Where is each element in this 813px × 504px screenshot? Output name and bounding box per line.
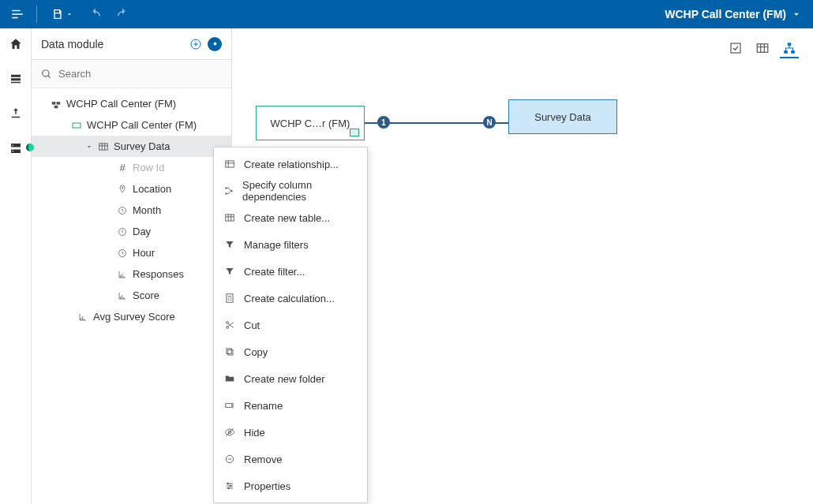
tree-col-hour[interactable]: Hour (32, 242, 231, 263)
context-menu: Create relationship... Specify column de… (213, 147, 368, 503)
svg-rect-0 (12, 10, 21, 12)
divider (36, 6, 37, 23)
add-button[interactable] (187, 35, 204, 53)
search-input[interactable] (58, 68, 222, 80)
sources-icon[interactable] (5, 68, 27, 90)
ctx-create-relationship[interactable]: Create relationship... (214, 151, 367, 177)
col-label: Month (133, 204, 161, 216)
ctx-create-calculation[interactable]: Create calculation... (214, 285, 367, 312)
ctx-properties[interactable]: Properties (214, 472, 367, 499)
tree-package[interactable]: WCHP Call Center (FM) (32, 114, 231, 136)
col-label: Score (133, 289, 159, 301)
tree-col-score[interactable]: Score (32, 285, 231, 306)
menu-icon[interactable] (6, 3, 28, 25)
tree-root[interactable]: WCHP Call Center (FM) (32, 93, 231, 114)
svg-rect-4 (11, 78, 21, 80)
col-label: Responses (133, 268, 184, 280)
svg-rect-26 (226, 161, 234, 167)
ctx-copy[interactable]: Copy (214, 338, 367, 365)
svg-rect-1 (12, 13, 23, 15)
cardinality-badge-many: N (483, 116, 496, 129)
svg-rect-3 (11, 75, 21, 77)
diagram-node-source[interactable]: WCHP C…r (FM) (256, 106, 365, 140)
locate-button[interactable] (208, 37, 222, 51)
ctx-new-folder[interactable]: Create new folder (214, 365, 367, 392)
clock-icon (115, 227, 129, 237)
diagram-node-target[interactable]: Survey Data (508, 99, 617, 134)
svg-rect-16 (99, 143, 108, 149)
module-title-dropdown[interactable]: WCHP Call Center (FM) (665, 8, 807, 21)
table-icon (96, 141, 111, 152)
ctx-column-dependencies[interactable]: Specify column dependencies (214, 177, 367, 204)
data-server-icon[interactable] (5, 137, 27, 159)
clock-icon (115, 248, 129, 258)
tree-col-day[interactable]: Day (32, 221, 231, 242)
col-label: Hour (133, 247, 155, 259)
ctx-label: Create calculation... (244, 293, 335, 304)
tree-table-label: Survey Data (114, 140, 170, 152)
ctx-hide[interactable]: Hide (214, 419, 367, 446)
ctx-create-table[interactable]: Create new table... (214, 204, 367, 231)
filter-icon (223, 266, 236, 277)
home-icon[interactable] (5, 33, 27, 55)
tree-package-label: WCHP Call Center (FM) (87, 119, 197, 131)
copy-icon (223, 346, 236, 357)
folder-icon (223, 373, 236, 384)
left-rail (0, 28, 32, 504)
svg-point-11 (213, 43, 216, 46)
diagram-node-target-label: Survey Data (534, 111, 591, 123)
redo-button[interactable] (111, 3, 133, 25)
upload-icon[interactable] (5, 103, 27, 125)
ctx-label: Cut (244, 319, 260, 331)
ctx-label: Specify column dependencies (242, 179, 358, 203)
calculator-icon (223, 293, 236, 304)
diagram-view-button[interactable] (780, 39, 799, 58)
svg-point-41 (228, 487, 230, 489)
tree-col-responses[interactable]: Responses (32, 263, 231, 285)
ctx-label: Create new table... (244, 212, 330, 224)
col-label: Row Id (133, 162, 164, 174)
svg-rect-22 (757, 44, 768, 53)
ctx-cut[interactable]: Cut (214, 312, 367, 338)
table-icon (223, 212, 236, 223)
svg-point-33 (227, 326, 229, 328)
tree-col-rowid[interactable]: # Row Id (32, 157, 231, 178)
chevron-down-icon[interactable] (85, 143, 95, 151)
ctx-remove[interactable]: Remove (214, 446, 367, 472)
svg-point-29 (230, 190, 232, 192)
save-dropdown-button[interactable] (45, 3, 80, 25)
svg-rect-35 (227, 349, 231, 353)
ctx-label: Rename (244, 400, 283, 412)
ctx-label: Copy (244, 346, 268, 358)
svg-rect-30 (226, 215, 234, 221)
chevron-down-icon (791, 9, 802, 20)
ctx-manage-filters[interactable]: Manage filters (214, 231, 367, 258)
ctx-label: Remove (244, 454, 282, 465)
ctx-label: Create relationship... (244, 159, 339, 170)
hash-icon: # (115, 162, 129, 174)
validate-button[interactable] (726, 39, 745, 58)
undo-button[interactable] (84, 3, 107, 25)
app-body: Data module WCHP Call Center (FM) (0, 28, 813, 504)
tree-table-survey-data[interactable]: Survey Data (32, 136, 231, 157)
tree-col-month[interactable]: Month (32, 200, 231, 221)
tree-col-location[interactable]: Location (32, 178, 231, 200)
table-mini-icon (350, 129, 359, 136)
ctx-create-filter[interactable]: Create filter... (214, 258, 367, 285)
remove-icon (223, 454, 236, 465)
app-topbar: WCHP Call Center (FM) (0, 0, 813, 28)
tree-calc-avg-survey-score[interactable]: Avg Survey Score (32, 306, 231, 327)
svg-point-28 (225, 192, 227, 194)
cardinality-badge-one: 1 (377, 116, 390, 129)
search-bar[interactable] (32, 60, 231, 88)
svg-rect-14 (54, 105, 58, 108)
svg-rect-15 (73, 123, 81, 128)
svg-rect-34 (228, 350, 233, 355)
ctx-label: Hide (244, 427, 265, 439)
tree-root-label: WCHP Call Center (FM) (66, 98, 176, 110)
grid-view-button[interactable] (753, 39, 772, 58)
panel-title: Data module (41, 38, 187, 50)
rename-icon (223, 400, 236, 411)
calc-label: Avg Survey Score (93, 311, 175, 323)
ctx-rename[interactable]: Rename (214, 392, 367, 419)
